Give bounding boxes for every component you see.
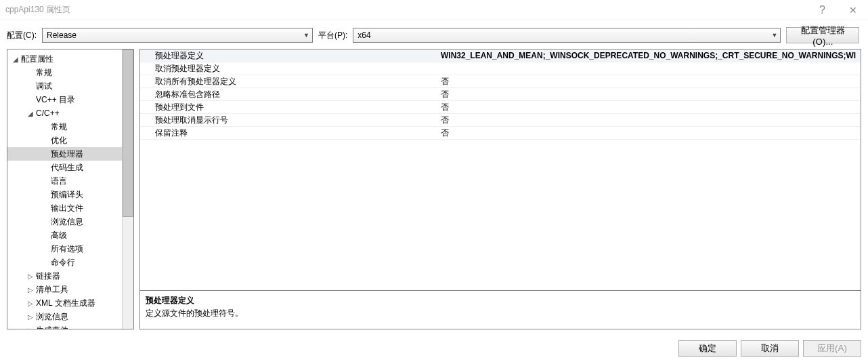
tree-item[interactable]: 常规 <box>7 120 122 134</box>
tree-item-label: 生成事件 <box>36 325 68 329</box>
ok-button[interactable]: 确定 <box>678 340 737 357</box>
category-tree: ◢配置属性常规调试VC++ 目录◢C/C++常规优化预处理器代码生成语言预编译头… <box>7 49 122 329</box>
tree-item-label: VC++ 目录 <box>36 94 75 106</box>
platform-label: 平台(P): <box>318 30 347 41</box>
property-row[interactable]: 预处理取消显示行号否 <box>140 114 861 127</box>
right-pane: 预处理器定义WIN32_LEAN_AND_MEAN;_WINSOCK_DEPRE… <box>139 49 861 329</box>
expander-icon[interactable]: ▷ <box>26 327 35 329</box>
description-title: 预处理器定义 <box>146 295 855 306</box>
property-row[interactable]: 忽略标准包含路径否 <box>140 88 861 101</box>
scrollbar-thumb[interactable] <box>123 49 133 217</box>
property-grid: 预处理器定义WIN32_LEAN_AND_MEAN;_WINSOCK_DEPRE… <box>139 49 861 291</box>
config-row: 配置(C): Release ▼ 平台(P): x64 ▼ 配置管理器(O)..… <box>0 20 868 49</box>
tree-item[interactable]: 高级 <box>7 228 122 242</box>
tree-item-label: 常规 <box>51 121 67 133</box>
tree-item[interactable]: ◢C/C++ <box>7 106 122 120</box>
chevron-down-icon: ▼ <box>303 32 309 39</box>
property-row[interactable]: 保留注释否 <box>140 127 861 140</box>
property-label: 取消预处理器定义 <box>140 63 438 75</box>
tree-item-label: 预编译头 <box>51 189 83 201</box>
tree-item[interactable]: 输出文件 <box>7 201 122 215</box>
cancel-button[interactable]: 取消 <box>741 340 799 357</box>
property-row[interactable]: 预处理器定义WIN32_LEAN_AND_MEAN;_WINSOCK_DEPRE… <box>140 49 861 62</box>
property-value[interactable]: 否 <box>438 127 861 139</box>
property-label: 预处理到文件 <box>140 102 438 113</box>
expander-icon[interactable]: ◢ <box>26 110 35 117</box>
tree-item-label: 常规 <box>36 67 52 79</box>
tree-item[interactable]: 所有选项 <box>7 242 122 256</box>
main-area: ◢配置属性常规调试VC++ 目录◢C/C++常规优化预处理器代码生成语言预编译头… <box>0 49 868 335</box>
window-title: cppApi130 属性页 <box>5 4 807 16</box>
tree-item-label: C/C++ <box>36 108 60 118</box>
config-value: Release <box>47 31 77 40</box>
tree-scrollbar[interactable] <box>122 49 133 329</box>
tree-item[interactable]: 调试 <box>7 79 122 93</box>
tree-item-label: 浏览信息 <box>51 216 83 228</box>
property-label: 预处理取消显示行号 <box>140 115 438 126</box>
chevron-down-icon: ▼ <box>771 32 777 39</box>
tree-item-label: 代码生成 <box>51 162 83 174</box>
tree-item-label: 调试 <box>36 81 52 92</box>
tree-item[interactable]: ▷清单工具 <box>7 283 122 296</box>
property-row[interactable]: 取消所有预处理器定义否 <box>140 75 861 88</box>
tree-item[interactable]: ▷生成事件 <box>7 323 122 329</box>
property-value[interactable]: 否 <box>438 89 861 100</box>
tree-item-label: 优化 <box>51 135 67 146</box>
apply-button[interactable]: 应用(A) <box>803 340 861 357</box>
expander-icon[interactable]: ▷ <box>26 300 35 307</box>
expander-icon[interactable]: ▷ <box>26 313 35 321</box>
platform-value: x64 <box>357 31 370 40</box>
tree-item[interactable]: VC++ 目录 <box>7 93 122 106</box>
tree-item[interactable]: 命令行 <box>7 256 122 269</box>
tree-item-label: 浏览信息 <box>36 311 68 323</box>
config-select[interactable]: Release ▼ <box>42 28 313 43</box>
tree-item-label: 链接器 <box>36 270 60 282</box>
tree-item-label: 所有选项 <box>51 243 83 255</box>
property-label: 保留注释 <box>140 127 438 139</box>
help-button[interactable]: ? <box>807 0 838 20</box>
property-label: 预处理器定义 <box>140 50 438 62</box>
expander-icon[interactable]: ◢ <box>12 56 20 63</box>
expander-icon[interactable]: ▷ <box>26 273 35 280</box>
description-box: 预处理器定义 定义源文件的预处理符号。 <box>139 291 861 329</box>
tree-item-label: 输出文件 <box>51 203 83 214</box>
property-value[interactable]: 否 <box>438 115 861 126</box>
property-row[interactable]: 预处理到文件否 <box>140 101 861 114</box>
tree-item-label: XML 文档生成器 <box>36 298 95 309</box>
property-value[interactable]: WIN32_LEAN_AND_MEAN;_WINSOCK_DEPRECATED_… <box>438 51 861 60</box>
platform-select[interactable]: x64 ▼ <box>353 28 781 43</box>
tree-item[interactable]: 常规 <box>7 66 122 79</box>
tree-item-label: 高级 <box>51 230 67 241</box>
config-manager-button[interactable]: 配置管理器(O)... <box>786 27 859 43</box>
bottom-bar: 确定 取消 应用(A) <box>0 335 868 362</box>
tree-item-label: 配置属性 <box>21 54 53 65</box>
titlebar: cppApi130 属性页 ? ✕ <box>0 0 868 20</box>
tree-item[interactable]: ▷浏览信息 <box>7 310 122 323</box>
description-text: 定义源文件的预处理符号。 <box>146 308 855 319</box>
property-value[interactable]: 否 <box>438 76 861 87</box>
tree-item[interactable]: ▷XML 文档生成器 <box>7 296 122 310</box>
tree-item[interactable]: 浏览信息 <box>7 215 122 228</box>
property-label: 取消所有预处理器定义 <box>140 76 438 87</box>
property-row[interactable]: 取消预处理器定义 <box>140 62 861 75</box>
tree-item[interactable]: ◢配置属性 <box>7 52 122 66</box>
expander-icon[interactable]: ▷ <box>26 286 35 294</box>
property-label: 忽略标准包含路径 <box>140 89 438 100</box>
property-value[interactable]: 否 <box>438 102 861 113</box>
tree-item-label: 清单工具 <box>36 284 68 296</box>
close-button[interactable]: ✕ <box>838 0 868 20</box>
tree-item-label: 预处理器 <box>51 148 83 160</box>
config-label: 配置(C): <box>7 30 37 41</box>
tree-item[interactable]: 预编译头 <box>7 188 122 201</box>
tree-panel: ◢配置属性常规调试VC++ 目录◢C/C++常规优化预处理器代码生成语言预编译头… <box>7 49 134 329</box>
tree-item[interactable]: 语言 <box>7 174 122 188</box>
tree-item-label: 命令行 <box>51 257 75 268</box>
tree-item[interactable]: ▷链接器 <box>7 269 122 283</box>
tree-item[interactable]: 优化 <box>7 134 122 147</box>
tree-item[interactable]: 代码生成 <box>7 161 122 174</box>
tree-item[interactable]: 预处理器 <box>7 147 122 161</box>
tree-item-label: 语言 <box>51 176 67 187</box>
